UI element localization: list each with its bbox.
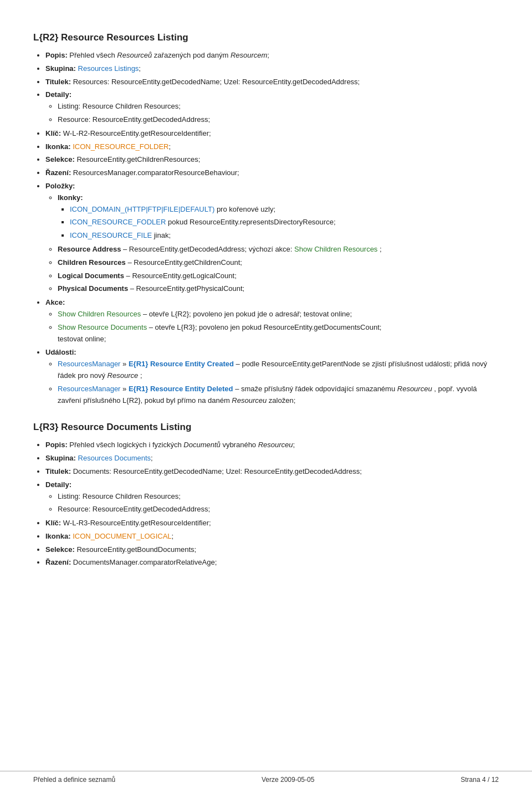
r2-physical-documents-text: – ResourceEntity.getPhysicalCount; bbox=[130, 284, 244, 293]
r2-popis-italic: Resourceů bbox=[117, 51, 152, 59]
r2-popis-item: Popis: Přehled všech Resourceů zařazenýc… bbox=[45, 50, 499, 62]
r2-ikonka-label: Ikonka: bbox=[45, 142, 71, 151]
r2-show-resource-docs-action-item: Show Resource Documents – otevře L{R3}; … bbox=[58, 322, 499, 345]
r2-logical-documents-item: Logical Documents – ResourceEntity.getLo… bbox=[58, 270, 499, 282]
r2-resource-address-item: Resource Address – ResourceEntity.getDec… bbox=[58, 244, 499, 255]
r2-selekce-item: Selekce: ResourceEntity.getChildrenResou… bbox=[45, 154, 499, 166]
r3-popis-italic: Documentů bbox=[183, 441, 220, 449]
r3-detaily-list: Listing: Resource Children Resources; Re… bbox=[58, 491, 499, 516]
r2-skupina-text: Resources Listings; bbox=[78, 64, 141, 73]
r3-detaily-label: Detaily: bbox=[45, 480, 71, 489]
r2-detaily-list: Listing: Resource Children Resources; Re… bbox=[58, 101, 499, 126]
r3-klic-item: Klíč: W-L-R3-ResourceEntity.getResourceI… bbox=[45, 518, 499, 529]
r2-razeni-label: Řazení: bbox=[45, 168, 71, 177]
r2-resource-address-text: – ResourceEntity.getDecodedAddress; vých… bbox=[123, 245, 294, 253]
r2-popis-text: Přehled všech Resourceů zařazených pod d… bbox=[69, 51, 269, 59]
r3-popis-text: Přehled všech logických i fyzických Docu… bbox=[69, 441, 295, 449]
r2-icon-file: ICON_RESOURCE_FILE bbox=[70, 231, 152, 239]
r2-skupina-item: Skupina: Resources Listings; bbox=[45, 63, 499, 75]
r2-icon-domain-item: ICON_DOMAIN_(HTTP|FTP|FILE|DEFAULT) pro … bbox=[70, 204, 499, 216]
r3-selekce-text: ResourceEntity.getBoundDocuments; bbox=[76, 545, 196, 554]
r3-title: L{R3} Resource Documents Listing bbox=[33, 422, 499, 433]
r2-icon-domain: ICON_DOMAIN_(HTTP|FTP|FILE|DEFAULT) bbox=[70, 205, 214, 213]
r2-physical-documents-label: Physical Documents bbox=[58, 284, 128, 293]
r2-titulek-label: Titulek: bbox=[45, 78, 71, 86]
r2-icon-domain-text: pro kořenové uzly; bbox=[217, 205, 275, 213]
footer-right: Strana 4 / 12 bbox=[461, 776, 499, 784]
r2-event2-entity: E{R1} Resource Entity Deleted bbox=[129, 385, 233, 393]
r2-udalosti-label: Události: bbox=[45, 348, 76, 356]
r3-detaily-resource: Resource: ResourceEntity.getDecodedAddre… bbox=[58, 504, 499, 515]
r2-resource-address-label: Resource Address bbox=[58, 245, 121, 253]
r2-event1-separator: » bbox=[122, 360, 129, 368]
r3-skupina-text: Resources Documents; bbox=[78, 454, 153, 462]
r2-titulek-item: Titulek: Resources: ResourceEntity.getDe… bbox=[45, 76, 499, 88]
r2-icon-folder: ICON_RESOURCE_FODLER bbox=[70, 218, 166, 226]
r2-logical-documents-label: Logical Documents bbox=[58, 272, 124, 280]
r2-show-resource-docs-text2: testovat online; bbox=[58, 335, 106, 343]
r2-polozky-list: Ikonky: ICON_DOMAIN_(HTTP|FTP|FILE|DEFAU… bbox=[58, 192, 499, 295]
r2-ikonka-item: Ikonka: ICON_RESOURCE_FOLDER; bbox=[45, 141, 499, 153]
r2-detaily-resource: Resource: ResourceEntity.getDecodedAddre… bbox=[58, 114, 499, 126]
r3-ikonka-item: Ikonka: ICON_DOCUMENT_LOGICAL; bbox=[45, 531, 499, 543]
r3-klic-text: W-L-R3-ResourceEntity.getResourceIdentif… bbox=[63, 519, 211, 527]
r2-titulek-text: Resources: ResourceEntity.getDecodedName… bbox=[73, 78, 360, 86]
r2-udalosti-list: ResourcesManager » E{R1} Resource Entity… bbox=[58, 359, 499, 406]
r2-popis-italic2: Resourcem bbox=[231, 51, 267, 59]
r3-titulek-label: Titulek: bbox=[45, 467, 71, 475]
r2-akce-label: Akce: bbox=[45, 298, 65, 306]
r2-razeni-text: ResourcesManager.comparatorResourceBehav… bbox=[73, 168, 239, 177]
r2-skupina-label: Skupina: bbox=[45, 64, 76, 73]
r2-show-children-action-item: Show Children Resources – otevře L{R2}; … bbox=[58, 309, 499, 320]
r2-physical-documents-item: Physical Documents – ResourceEntity.getP… bbox=[58, 283, 499, 295]
r2-event1-item: ResourcesManager » E{R1} Resource Entity… bbox=[58, 359, 499, 382]
r2-ikonky-item: Ikonky: ICON_DOMAIN_(HTTP|FTP|FILE|DEFAU… bbox=[58, 192, 499, 242]
r2-event2-item: ResourcesManager » E{R1} Resource Entity… bbox=[58, 383, 499, 407]
r2-popis-label: Popis: bbox=[45, 51, 68, 59]
r2-akce-item: Akce: Show Children Resources – otevře L… bbox=[45, 297, 499, 345]
r2-ikonky-list: ICON_DOMAIN_(HTTP|FTP|FILE|DEFAULT) pro … bbox=[70, 204, 499, 242]
r3-ikonka-text: ICON_DOCUMENT_LOGICAL; bbox=[73, 532, 173, 540]
r2-event2-text: – smaže příslušný řádek odpovídající sma… bbox=[235, 385, 397, 393]
r2-polozky-label: Položky: bbox=[45, 182, 75, 190]
r3-razeni-label: Řazení: bbox=[45, 558, 71, 566]
r3-razeni-text: DocumentsManager.comparatorRelativeAge; bbox=[73, 558, 217, 566]
r2-children-resources-label: Children Resources bbox=[58, 258, 126, 267]
r2-resource-address-end: ; bbox=[380, 245, 382, 253]
r3-ikonka-label: Ikonka: bbox=[45, 532, 71, 540]
page-content: L{R2} Resource Resources Listing Popis: … bbox=[0, 0, 532, 618]
r2-show-resource-docs-action: Show Resource Documents bbox=[58, 323, 147, 331]
r2-icon-file-text: jinak; bbox=[154, 231, 171, 239]
r2-title: L{R2} Resource Resources Listing bbox=[33, 32, 499, 43]
r2-ikonka-text: ICON_RESOURCE_FOLDER; bbox=[73, 142, 171, 151]
r2-detaily-label: Detaily: bbox=[45, 90, 71, 99]
r2-section: L{R2} Resource Resources Listing Popis: … bbox=[33, 32, 499, 406]
r2-akce-list: Show Children Resources – otevře L{R2}; … bbox=[58, 309, 499, 345]
footer-left: Přehled a definice seznamů bbox=[33, 776, 115, 784]
r2-show-children-link: Show Children Resources bbox=[294, 245, 377, 253]
r3-detaily-item: Detaily: Listing: Resource Children Reso… bbox=[45, 479, 499, 515]
r2-detaily-item: Detaily: Listing: Resource Children Reso… bbox=[45, 89, 499, 125]
r2-show-resource-docs-text1: – otevře L{R3}; povoleno jen pokud Resou… bbox=[149, 323, 382, 331]
r3-section: L{R3} Resource Documents Listing Popis: … bbox=[33, 422, 499, 569]
r2-show-children-action-text: – otevře L{R2}; povoleno jen pokud jde o… bbox=[143, 310, 352, 318]
r2-event2-italic: Resourceu bbox=[397, 385, 432, 393]
r2-icon-folder-item: ICON_RESOURCE_FODLER pokud ResourceEntit… bbox=[70, 217, 499, 228]
r2-klic-item: Klíč: W-L-R2-ResourceEntity.getResourceI… bbox=[45, 128, 499, 140]
r2-detaily-listing: Listing: Resource Children Resources; bbox=[58, 101, 499, 112]
r2-klic-text: W-L-R2-ResourceEntity.getResourceIdentif… bbox=[63, 129, 211, 137]
r2-udalosti-item: Události: ResourcesManager » E{R1} Resou… bbox=[45, 347, 499, 406]
r3-detaily-listing: Listing: Resource Children Resources; bbox=[58, 491, 499, 503]
r3-titulek-text: Documents: ResourceEntity.getDecodedName… bbox=[73, 467, 362, 475]
r2-selekce-text: ResourceEntity.getChildrenResources; bbox=[76, 155, 200, 163]
r2-ikonky-label: Ikonky: bbox=[58, 193, 83, 202]
r2-selekce-label: Selekce: bbox=[45, 155, 75, 163]
r3-popis-label: Popis: bbox=[45, 441, 68, 449]
r2-event2-italic2: Resourceu bbox=[232, 396, 267, 405]
r2-children-resources-item: Children Resources – ResourceEntity.getC… bbox=[58, 257, 499, 269]
r2-show-children-action: Show Children Resources bbox=[58, 310, 141, 318]
r3-klic-label: Klíč: bbox=[45, 519, 61, 527]
r2-event2-end: založen; bbox=[269, 396, 295, 405]
footer-center: Verze 2009-05-05 bbox=[262, 776, 314, 784]
r2-main-list: Popis: Přehled všech Resourceů zařazenýc… bbox=[45, 50, 499, 406]
